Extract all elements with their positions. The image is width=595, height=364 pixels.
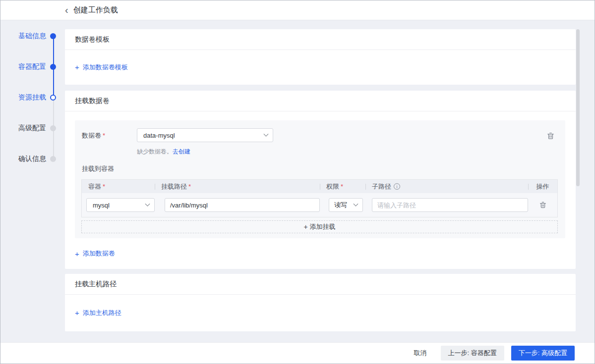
col-permission: 权限* bbox=[320, 182, 365, 191]
col-container: 容器* bbox=[82, 182, 155, 191]
add-host-path-label: 添加主机路径 bbox=[83, 309, 121, 317]
required-mark: * bbox=[341, 183, 343, 190]
mount-table-row: mysql 读写 bbox=[82, 193, 557, 217]
back-icon[interactable]: ‹ bbox=[65, 5, 68, 14]
vertical-scrollbar-thumb[interactable] bbox=[576, 29, 580, 186]
step-advanced-config[interactable]: 高级配置 bbox=[10, 123, 56, 133]
section-title: 挂载主机路径 bbox=[75, 280, 117, 289]
mount-path-cell bbox=[155, 198, 320, 212]
create-workload-page: ‹ 创建工作负载 基础信息 容器配置 资源挂载 高级配置 确认信息 数据卷模板 … bbox=[0, 0, 595, 364]
col-action: 操作 bbox=[528, 182, 557, 191]
add-volume-label: 添加数据卷 bbox=[83, 249, 115, 258]
host-path-card: 挂载主机路径 + 添加主机路径 bbox=[65, 274, 576, 331]
volume-select-value: data-mysql bbox=[143, 132, 264, 139]
volume-label: 数据卷* bbox=[82, 128, 137, 142]
add-host-path-link[interactable]: + 添加主机路径 bbox=[75, 309, 121, 317]
cancel-button[interactable]: 取消 bbox=[411, 346, 430, 361]
required-mark: * bbox=[188, 183, 191, 190]
step-label: 资源挂载 bbox=[18, 93, 46, 102]
volume-template-header: 数据卷模板 bbox=[65, 29, 576, 50]
volume-template-body: + 添加数据卷模板 bbox=[65, 50, 576, 84]
plus-icon: + bbox=[75, 63, 79, 71]
add-volume-link[interactable]: + 添加数据卷 bbox=[75, 249, 115, 258]
container-cell: mysql bbox=[82, 198, 155, 212]
next-step-button[interactable]: 下一步: 高级配置 bbox=[511, 346, 575, 361]
plus-icon: + bbox=[75, 309, 79, 317]
add-volume-template-label: 添加数据卷模板 bbox=[83, 63, 128, 72]
mount-path-input[interactable] bbox=[165, 198, 320, 212]
delete-volume-icon[interactable] bbox=[545, 130, 556, 142]
step-label: 确认信息 bbox=[18, 155, 46, 163]
page-title: 创建工作负载 bbox=[73, 5, 118, 15]
chevron-down-icon bbox=[264, 131, 269, 136]
permission-select[interactable]: 读写 bbox=[329, 198, 363, 212]
host-path-header: 挂载主机路径 bbox=[65, 274, 576, 295]
permission-cell: 读写 bbox=[320, 198, 365, 212]
create-volume-link[interactable]: 去创建 bbox=[173, 148, 190, 155]
host-path-body: + 添加主机路径 bbox=[65, 295, 576, 331]
footer-actions: 取消 上一步: 容器配置 下一步: 高级配置 bbox=[0, 342, 595, 364]
step-resource-mount[interactable]: 资源挂载 bbox=[10, 93, 56, 103]
subpath-input[interactable] bbox=[372, 198, 528, 212]
step-label: 基础信息 bbox=[18, 32, 46, 41]
step-dot-current bbox=[50, 95, 56, 101]
col-subpath: 子路径i bbox=[365, 182, 528, 191]
volume-item-panel: 数据卷* data-mysql 缺少数据卷。去创建 挂载到容器 容器* 挂载路径… bbox=[75, 120, 565, 238]
page-header: ‹ 创建工作负载 bbox=[0, 0, 595, 20]
mount-volume-header: 挂载数据卷 bbox=[65, 91, 576, 111]
step-label: 高级配置 bbox=[18, 124, 46, 133]
step-dot-pending bbox=[50, 125, 56, 131]
mount-to-container-label: 挂载到容器 bbox=[82, 164, 565, 173]
add-volume-template-link[interactable]: + 添加数据卷模板 bbox=[75, 63, 128, 72]
add-mount-button[interactable]: + 添加挂载 bbox=[81, 220, 558, 233]
volume-helper: 缺少数据卷。去创建 bbox=[137, 148, 565, 156]
info-icon[interactable]: i bbox=[394, 183, 400, 190]
mount-table: 容器* 挂载路径* 权限* 子路径i 操作 mysql bbox=[81, 179, 558, 217]
required-mark: * bbox=[103, 132, 105, 139]
step-dot-done bbox=[50, 33, 56, 39]
step-confirm-info[interactable]: 确认信息 bbox=[10, 154, 56, 164]
step-container-config[interactable]: 容器配置 bbox=[10, 62, 56, 72]
required-mark: * bbox=[103, 183, 105, 190]
add-volume-row: + 添加数据卷 bbox=[75, 249, 115, 258]
chevron-down-icon bbox=[354, 201, 358, 206]
prev-step-button[interactable]: 上一步: 容器配置 bbox=[441, 346, 504, 361]
volume-select[interactable]: data-mysql bbox=[137, 128, 273, 142]
section-title: 数据卷模板 bbox=[75, 35, 110, 44]
chevron-down-icon bbox=[145, 201, 150, 206]
permission-select-value: 读写 bbox=[334, 201, 354, 209]
add-mount-label: 添加挂载 bbox=[310, 222, 336, 231]
delete-mount-icon[interactable] bbox=[537, 200, 548, 210]
volume-template-card: 数据卷模板 + 添加数据卷模板 bbox=[65, 29, 576, 85]
subpath-cell bbox=[365, 198, 528, 212]
mount-volume-card: 挂载数据卷 数据卷* data-mysql 缺少数据 bbox=[65, 91, 576, 269]
step-dot-pending bbox=[50, 156, 56, 162]
step-basic-info[interactable]: 基础信息 bbox=[10, 31, 56, 41]
section-title: 挂载数据卷 bbox=[75, 97, 110, 105]
step-label: 容器配置 bbox=[18, 62, 46, 71]
container-select[interactable]: mysql bbox=[86, 198, 155, 212]
plus-icon: + bbox=[303, 223, 307, 231]
mount-table-header: 容器* 挂载路径* 权限* 子路径i 操作 bbox=[82, 180, 557, 193]
helper-text: 缺少数据卷。 bbox=[137, 148, 173, 155]
col-mount-path: 挂载路径* bbox=[155, 182, 320, 191]
container-select-value: mysql bbox=[93, 202, 146, 209]
volume-select-row: 数据卷* data-mysql bbox=[75, 120, 565, 142]
step-dot-done bbox=[50, 64, 56, 70]
action-cell bbox=[528, 200, 557, 210]
plus-icon: + bbox=[75, 250, 79, 258]
